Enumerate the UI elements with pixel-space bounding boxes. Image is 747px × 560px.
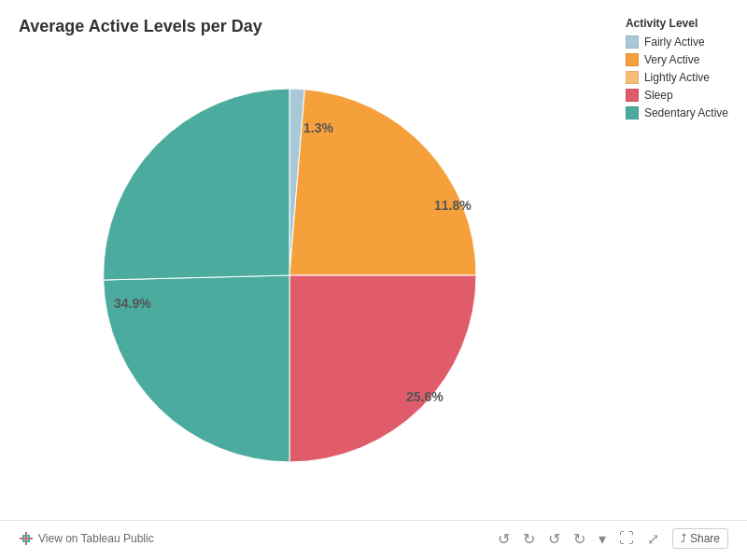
legend-item-sleep: Sleep	[626, 89, 728, 102]
pie-chart-svg: 1.3% 11.8% 25.6% 34.9%	[65, 65, 514, 495]
label-lightly-active: 11.8%	[434, 198, 472, 213]
label-sedentary: 34.9%	[114, 296, 151, 311]
legend-label-fairly-active: Fairly Active	[644, 35, 705, 49]
fullscreen-icon[interactable]: ⛶	[619, 530, 634, 547]
segment-sleep	[289, 275, 476, 462]
legend-item-fairly-active: Fairly Active	[626, 35, 728, 49]
label-sleep: 25.6%	[406, 389, 444, 404]
undo2-icon[interactable]: ↺	[548, 530, 560, 548]
segment-orange	[289, 90, 476, 275]
legend-color-sedentary	[626, 106, 639, 119]
legend-item-sedentary: Sedentary Active	[626, 106, 728, 119]
svg-rect-1	[20, 538, 33, 539]
undo-icon[interactable]: ↺	[498, 530, 510, 548]
legend-color-lightly-active	[626, 71, 639, 84]
tableau-logo-icon	[19, 531, 34, 546]
share-icon: ⤴	[681, 532, 686, 545]
chart-container: Average Active Levels per Day Activity L…	[0, 0, 747, 560]
svg-rect-5	[22, 540, 30, 542]
redo2-icon[interactable]: ↻	[573, 530, 585, 548]
redo-icon[interactable]: ↻	[523, 530, 535, 548]
legend-color-fairly-active	[626, 35, 639, 49]
legend-item-very-active: Very Active	[626, 53, 728, 66]
legend-color-very-active	[626, 53, 639, 66]
legend-label-sleep: Sleep	[644, 89, 673, 102]
footer-left[interactable]: View on Tableau Public	[19, 531, 154, 546]
chart-title: Average Active Levels per Day	[19, 17, 262, 36]
legend-label-sedentary: Sedentary Active	[644, 106, 728, 119]
tableau-link[interactable]: View on Tableau Public	[38, 532, 154, 545]
legend-label-lightly-active: Lightly Active	[644, 71, 710, 84]
share-label: Share	[690, 532, 720, 545]
segment-sedentary-2	[104, 89, 289, 280]
legend-item-lightly-active: Lightly Active	[626, 71, 728, 84]
share-button[interactable]: ⤴ Share	[672, 528, 728, 549]
expand-icon[interactable]: ⤢	[647, 530, 659, 548]
legend: Activity Level Fairly Active Very Active…	[626, 17, 728, 124]
legend-color-sleep	[626, 89, 639, 102]
caret-icon[interactable]: ▾	[599, 530, 606, 548]
legend-title: Activity Level	[626, 17, 728, 30]
pie-chart-area: 1.3% 11.8% 25.6% 34.9%	[28, 51, 551, 509]
svg-rect-4	[22, 535, 30, 537]
footer-right: ↺ ↻ ↺ ↻ ▾ ⛶ ⤢ ⤴ Share	[498, 528, 728, 549]
footer: View on Tableau Public ↺ ↻ ↺ ↻ ▾ ⛶ ⤢ ⤴ S…	[0, 520, 747, 549]
label-fairly-active: 1.3%	[303, 120, 333, 135]
legend-label-very-active: Very Active	[644, 53, 699, 66]
